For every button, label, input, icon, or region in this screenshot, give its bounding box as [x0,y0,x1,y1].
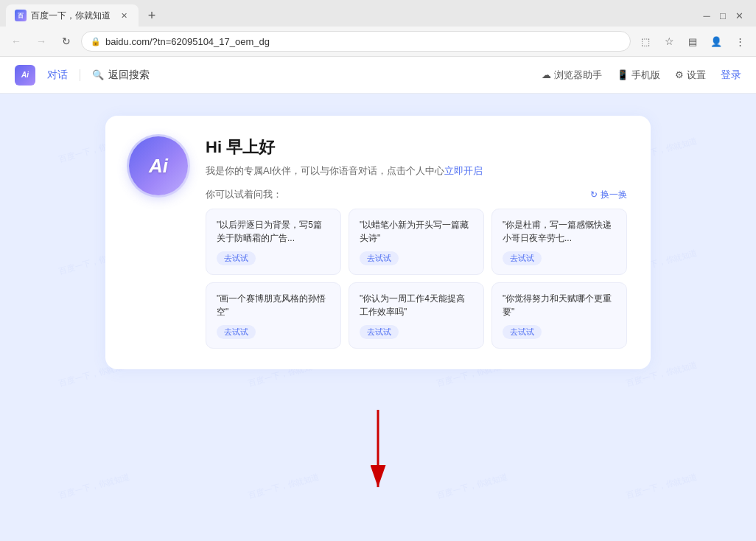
new-tab-button[interactable]: + [141,5,162,26]
mobile-version[interactable]: 📱 手机版 [617,69,660,82]
refresh-label: 换一换 [601,189,627,201]
try-button-1[interactable]: 去试试 [360,251,399,265]
suggestion-card-1[interactable]: "以蜡笔小新为开头写一篇藏头诗" 去试试 [349,209,484,275]
settings-label: 设置 [687,69,706,82]
cast-button[interactable]: ⬚ [635,31,656,52]
suggestion-card-3[interactable]: "画一个赛博朋克风格的孙悟空" 去试试 [206,282,341,349]
login-button[interactable]: 登录 [721,69,741,82]
main-content: 百度一下，你就知道百度一下，你就知道百度一下，你就知道百度一下，你就知道 百度一… [0,94,756,541]
suggestions-grid: "以后羿逐日为背景，写5篇关于防晒霜的广告... 去试试 "以蜡笔小新为开头写一… [206,209,627,349]
suggestion-text-4: "你认为一周工作4天能提高工作效率吗" [360,292,473,318]
suggestion-text-2: "你是杜甫，写一篇感慨快递小哥日夜辛劳七... [503,218,616,245]
address-text: baidu.com/?tn=62095104_17_oem_dg [105,36,270,47]
try-button-3[interactable]: 去试试 [217,325,256,339]
nav-actions: ⬚ ☆ ▤ 👤 ⋮ [635,31,750,52]
phone-icon: 📱 [617,69,629,80]
suggestion-text-3: "画一个赛博朋克风格的孙悟空" [217,292,330,318]
subtitle-link[interactable]: 立即开启 [444,165,483,176]
main-card: Ai Hi 早上好 我是你的专属AI伙伴，可以与你语音对话，点击个人中心立即开启… [105,116,651,369]
address-bar[interactable]: 🔒 baidu.com/?tn=62095104_17_oem_dg [81,31,631,52]
ai-logo-text: Ai [149,155,168,178]
refresh-button[interactable]: ↻ [56,31,77,52]
minimize-button[interactable]: ─ [701,10,712,21]
star-button[interactable]: ☆ [659,31,679,52]
browser-chrome: 百 百度一下，你就知道 ✕ + ─ □ ✕ ← → ↻ 🔒 baidu.com/… [0,0,756,57]
header-right: ☁ 浏览器助手 📱 手机版 ⚙ 设置 登录 [542,69,741,82]
try-button-0[interactable]: 去试试 [217,251,256,265]
search-label: 返回搜索 [108,69,150,82]
window-controls: ─ □ ✕ [701,10,750,21]
header-divider [80,69,80,81]
suggestion-card-0[interactable]: "以后羿逐日为背景，写5篇关于防晒霜的广告... 去试试 [206,209,341,275]
tab-favicon: 百 [15,10,27,21]
tab-title: 百度一下，你就知道 [31,10,113,22]
refresh-icon: ↻ [590,189,598,200]
forward-button[interactable]: → [31,31,52,52]
suggestion-text-5: "你觉得努力和天赋哪个更重要" [503,292,616,318]
suggestion-card-5[interactable]: "你觉得努力和天赋哪个更重要" 去试试 [491,282,627,349]
suggestion-card-4[interactable]: "你认为一周工作4天能提高工作效率吗" 去试试 [349,282,484,349]
try-button-5[interactable]: 去试试 [503,325,542,339]
nav-item-dialog[interactable]: 对话 [47,69,68,82]
refresh-suggestions-button[interactable]: ↻ 换一换 [590,189,627,201]
header-left: Ai 对话 🔍 返回搜索 [15,65,150,85]
suggestion-text-1: "以蜡笔小新为开头写一篇藏头诗" [360,218,473,245]
suggestion-text-0: "以后羿逐日为背景，写5篇关于防晒霜的广告... [217,218,330,245]
try-button-2[interactable]: 去试试 [503,251,542,265]
ai-logo-large: Ai [129,136,188,195]
prompt-label: 你可以试着问我： [206,188,282,201]
tab-bar: 百 百度一下，你就知道 ✕ + ─ □ ✕ [0,0,756,27]
ai-logo-small-text: Ai [21,71,29,79]
card-inner: Ai Hi 早上好 我是你的专属AI伙伴，可以与你语音对话，点击个人中心立即开启… [129,136,627,349]
nav-bar: ← → ↻ 🔒 baidu.com/?tn=62095104_17_oem_dg… [0,27,756,56]
suggestion-card-2[interactable]: "你是杜甫，写一篇感慨快递小哥日夜辛劳七... 去试试 [491,209,627,275]
sidebar-button[interactable]: ▤ [682,31,703,52]
subtitle-text: 我是你的专属AI伙伴，可以与你语音对话，点击个人中心立即开启 [206,164,627,178]
card-right: Hi 早上好 我是你的专属AI伙伴，可以与你语音对话，点击个人中心立即开启 你可… [206,136,627,349]
dialog-label: 对话 [47,69,68,82]
arrow-indicator [356,410,400,501]
maximize-button[interactable]: □ [718,10,728,21]
prompt-header: 你可以试着问我： ↻ 换一换 [206,188,627,201]
mobile-label: 手机版 [631,69,660,82]
lock-icon: 🔒 [91,37,101,46]
try-button-4[interactable]: 去试试 [360,325,399,339]
close-button[interactable]: ✕ [734,10,744,21]
app-header: Ai 对话 🔍 返回搜索 ☁ 浏览器助手 📱 手机版 ⚙ 设置 登录 [0,57,756,94]
profile-button[interactable]: 👤 [706,31,727,52]
settings[interactable]: ⚙ 设置 [675,69,706,82]
back-button[interactable]: ← [6,31,27,52]
browser-tab[interactable]: 百 百度一下，你就知道 ✕ [6,4,139,27]
browser-assistant[interactable]: ☁ 浏览器助手 [542,69,602,82]
menu-button[interactable]: ⋮ [729,31,750,52]
ai-logo-small: Ai [15,65,35,85]
browser-assistant-label: 浏览器助手 [554,69,602,82]
gear-icon: ⚙ [675,69,684,80]
tab-close-button[interactable]: ✕ [118,10,130,21]
nav-item-search[interactable]: 🔍 返回搜索 [92,69,150,82]
cloud-icon: ☁ [542,69,551,80]
greeting-text: Hi 早上好 [206,136,627,158]
